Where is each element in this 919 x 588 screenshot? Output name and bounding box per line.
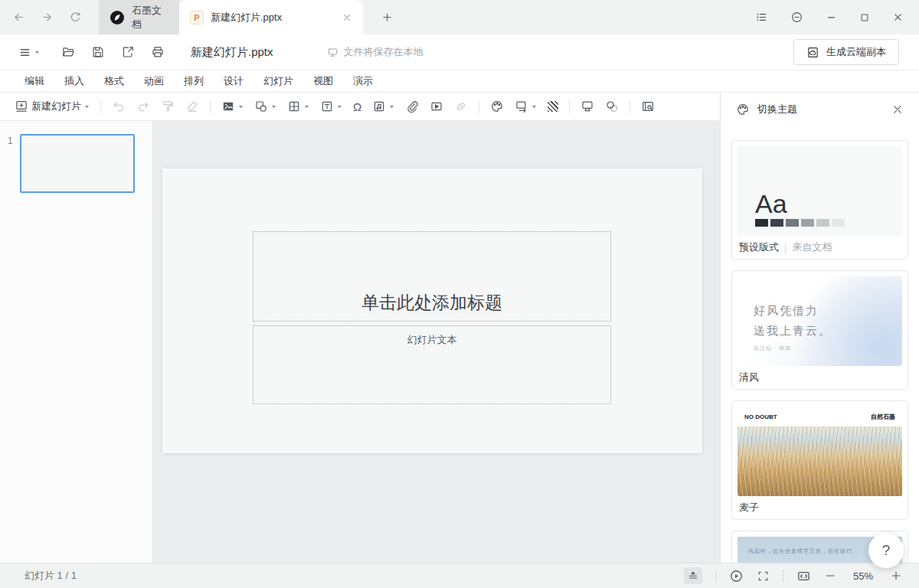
pptx-file-icon: P	[190, 11, 204, 24]
palette-icon	[736, 103, 750, 116]
insert-shape-button[interactable]	[249, 96, 282, 117]
wheat-header-left: NO DOUBT	[744, 413, 777, 420]
insert-image-button[interactable]	[216, 96, 249, 117]
back-icon[interactable]	[12, 11, 25, 24]
refresh-icon[interactable]	[69, 11, 82, 24]
menu-animation[interactable]: 动画	[144, 74, 164, 88]
color-swatch	[801, 219, 814, 227]
swatch-row	[755, 219, 845, 227]
palette-icon	[490, 100, 504, 113]
theme-card-preset[interactable]: Aa 预设版式 | 来自文档	[731, 140, 908, 260]
presenter-view-button[interactable]	[575, 96, 600, 117]
slide-overview-button[interactable]	[636, 96, 660, 117]
font-sample: Aa	[755, 191, 787, 217]
tab-list-icon[interactable]	[755, 11, 768, 24]
new-tab-button[interactable]	[363, 0, 404, 34]
laser-pointer-button[interactable]	[600, 96, 624, 117]
save-status: 文件将保存在本地	[327, 45, 424, 59]
laser-pointer-icon	[605, 100, 619, 113]
local-device-icon	[327, 47, 338, 58]
breeze-line1: 好风凭借力	[754, 301, 832, 321]
title-placeholder[interactable]: 单击此处添加标题	[253, 231, 611, 322]
titlebar: 石墨文档 P 新建幻灯片.pptx	[0, 0, 919, 34]
background-button[interactable]	[542, 96, 564, 117]
zoom-in-icon[interactable]	[890, 570, 902, 582]
menu-present[interactable]: 演示	[353, 74, 373, 88]
color-swatch	[786, 219, 799, 227]
insert-textbox-button[interactable]	[315, 96, 348, 117]
save-icon[interactable]	[91, 45, 105, 59]
menu-view[interactable]: 视图	[313, 74, 333, 88]
create-cloud-copy-button[interactable]: 生成云端副本	[793, 39, 899, 65]
notes-toggle-button[interactable]	[684, 567, 702, 584]
new-slide-button[interactable]: 新建幻灯片	[9, 96, 95, 117]
document-title: 新建幻灯片.pptx	[191, 45, 273, 60]
help-button[interactable]: ?	[868, 533, 904, 568]
window-minimize-icon[interactable]	[826, 11, 837, 23]
format-painter-icon[interactable]	[155, 96, 180, 117]
color-swatch	[816, 219, 829, 227]
fit-width-icon[interactable]	[796, 569, 811, 583]
body-placeholder[interactable]: 幻灯片文本	[253, 325, 611, 404]
main-menu-button[interactable]	[18, 46, 40, 59]
color-swatch	[770, 219, 783, 227]
redo-icon[interactable]	[131, 96, 155, 117]
slide-thumbnail[interactable]	[20, 134, 135, 193]
theme-card-wheat[interactable]: NO DOUBT 自然石墨 麦子	[731, 400, 908, 520]
insert-symbol-button[interactable]: Ω	[348, 96, 367, 117]
tab-home[interactable]: 石墨文档	[99, 0, 179, 34]
transition-button[interactable]	[509, 96, 542, 117]
audio-icon	[372, 100, 386, 113]
wheat-header-right: 自然石墨	[871, 413, 895, 421]
insert-link-button[interactable]	[449, 96, 473, 117]
insert-table-button[interactable]	[282, 96, 315, 117]
menu-design[interactable]: 设计	[224, 74, 244, 88]
new-slide-label: 新建幻灯片	[31, 100, 81, 113]
slide-surface: 单击此处添加标题 幻灯片文本	[162, 168, 702, 453]
window-maximize-icon[interactable]	[859, 12, 870, 23]
link-icon	[454, 100, 468, 113]
menu-arrange[interactable]: 排列	[184, 74, 204, 88]
tab-document-label: 新建幻灯片.pptx	[211, 11, 282, 24]
sky-caption: 风起时，抬头便是晴空万里，自在随行。	[748, 547, 858, 555]
print-icon[interactable]	[151, 45, 165, 59]
theme-card-list: Aa 预设版式 | 来自文档 好风凭借力 送我上青云。 临江仙 · 柳絮	[721, 126, 919, 563]
fullscreen-icon[interactable]	[757, 570, 770, 583]
theme-panel-header: 切换主题	[721, 93, 919, 126]
slide-number: 1	[8, 134, 13, 193]
forward-icon[interactable]	[41, 11, 54, 24]
export-icon[interactable]	[121, 45, 135, 59]
save-status-label: 文件将保存在本地	[344, 45, 424, 59]
file-toolbar: 新建幻灯片.pptx 文件将保存在本地 生成云端副本	[0, 34, 919, 70]
menubar: 编辑 插入 格式 动画 排列 设计 幻灯片 视图 演示	[0, 70, 919, 93]
panel-close-icon[interactable]	[891, 103, 904, 116]
start-presentation-icon[interactable]	[729, 569, 744, 583]
zoom-out-icon[interactable]	[824, 570, 836, 582]
slide-search-icon	[641, 100, 655, 113]
insert-video-button[interactable]	[424, 96, 449, 117]
window-close-icon[interactable]	[892, 11, 904, 23]
tab-document[interactable]: P 新建幻灯片.pptx	[179, 0, 363, 34]
slide-thumbnail-row: 1	[8, 134, 152, 193]
open-file-icon[interactable]	[61, 45, 75, 59]
tab-close-icon[interactable]	[342, 12, 352, 23]
slide-toolbar: 新建幻灯片	[0, 93, 720, 121]
statusbar: 幻灯片 1 / 1 55%	[0, 563, 919, 588]
minimize-to-tray-icon[interactable]	[790, 11, 803, 24]
wheat-field-image	[737, 426, 902, 496]
insert-attachment-button[interactable]	[400, 96, 424, 117]
insert-audio-button[interactable]	[367, 96, 400, 117]
clear-format-icon[interactable]	[180, 96, 204, 117]
menu-slide[interactable]: 幻灯片	[263, 74, 293, 88]
theme-panel-title: 切换主题	[757, 103, 797, 116]
menu-insert[interactable]: 插入	[64, 74, 84, 88]
theme-panel: 切换主题 Aa 预设版式 | 来自文档 好风凭借力	[720, 93, 919, 563]
theme-card-breeze[interactable]: 好风凭借力 送我上青云。 临江仙 · 柳絮 清风	[731, 270, 908, 390]
theme-color-button[interactable]	[485, 96, 509, 117]
undo-icon[interactable]	[106, 96, 131, 117]
shimo-logo-icon	[110, 10, 125, 25]
menu-edit[interactable]: 编辑	[25, 74, 44, 88]
menu-format[interactable]: 格式	[104, 74, 124, 88]
theme-preview-wheat: NO DOUBT 自然石墨	[737, 407, 902, 496]
create-cloud-copy-label: 生成云端副本	[826, 45, 886, 59]
